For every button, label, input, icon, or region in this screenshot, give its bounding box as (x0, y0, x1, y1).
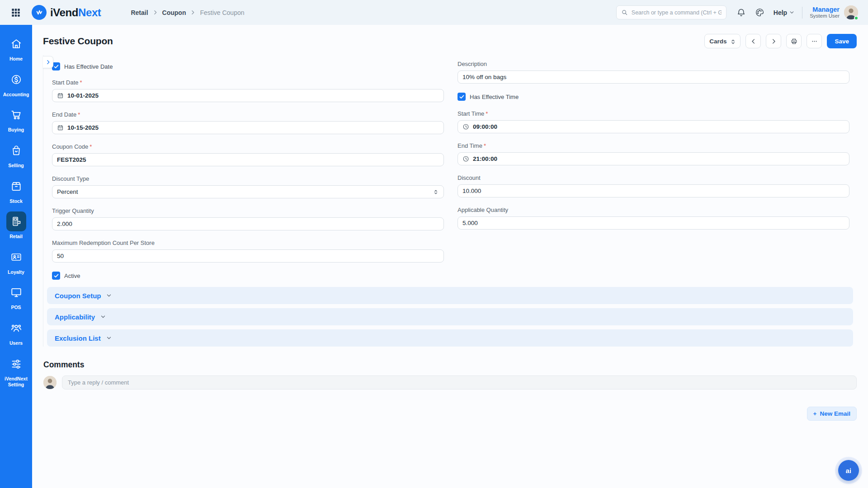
user-avatar[interactable] (844, 5, 858, 19)
next-record-button[interactable] (766, 34, 781, 48)
field-label: End Time (458, 142, 482, 149)
stock-box-icon (6, 176, 26, 196)
sidebar-item-selling[interactable]: Selling (0, 137, 32, 173)
sidebar-item-accounting[interactable]: Accounting (0, 66, 32, 102)
field-label: Maximum Redemption Count Per Store (52, 239, 155, 246)
app-launcher-grid-icon[interactable] (11, 8, 21, 18)
sidebar-item-retail[interactable]: Retail (0, 208, 32, 244)
sidebar-item-ivendnext-setting[interactable]: iVendNext Setting (0, 350, 32, 392)
select-chevrons-icon (730, 38, 736, 44)
required-marker: * (90, 143, 92, 150)
user-menu[interactable]: Manager System User (810, 6, 840, 19)
section-coupon-setup[interactable]: Coupon Setup (47, 287, 853, 304)
sidebar-item-stock[interactable]: Stock (0, 173, 32, 208)
breadcrumb-retail[interactable]: Retail (131, 9, 148, 16)
sidebar-item-users[interactable]: Users (0, 314, 32, 350)
description-input[interactable] (462, 74, 844, 80)
coupon-code-input-box[interactable] (52, 153, 444, 166)
sidebar-item-label: Loyalty (8, 269, 24, 276)
start-date-input-box[interactable] (52, 89, 444, 102)
settings-sliders-icon (6, 354, 26, 374)
chevron-right-icon (152, 9, 158, 15)
max-redemption-input-box[interactable] (52, 249, 444, 263)
field-start-time: Start Time* (458, 110, 849, 133)
end-date-input[interactable] (67, 124, 439, 131)
trigger-quantity-input-box[interactable] (52, 217, 444, 230)
more-options-button[interactable] (807, 34, 822, 48)
checkbox-label: Active (64, 272, 80, 279)
field-max-redemption: Maximum Redemption Count Per Store (52, 239, 444, 263)
notifications-bell-icon[interactable] (736, 8, 746, 17)
section-title: Applicability (55, 313, 95, 321)
end-time-input-box[interactable] (458, 152, 849, 165)
discount-input-box[interactable] (458, 184, 849, 197)
theme-palette-icon[interactable] (755, 8, 764, 17)
coupon-code-input[interactable] (57, 156, 439, 163)
buying-cart-icon (6, 105, 26, 125)
section-exclusion-list[interactable]: Exclusion List (47, 329, 853, 347)
comment-input[interactable] (62, 375, 857, 389)
search-input[interactable] (632, 9, 722, 16)
section-applicability[interactable]: Applicability (47, 308, 853, 325)
field-label: Start Time (458, 110, 484, 117)
save-button[interactable]: Save (827, 34, 857, 48)
has-effective-time-checkbox-row: Has Effective Time (458, 93, 849, 101)
printer-icon (791, 38, 797, 45)
brand-text: iVendNext (50, 6, 101, 19)
sidebar-item-label: Selling (8, 163, 24, 169)
sidebar-item-pos[interactable]: POS (0, 279, 32, 314)
ai-assistant-fab[interactable]: ai (838, 460, 859, 481)
help-menu[interactable]: Help (774, 9, 795, 16)
field-applicable-quantity: Applicable Quantity (458, 206, 849, 230)
calendar-icon (57, 124, 64, 131)
has-effective-time-checkbox[interactable] (458, 93, 466, 101)
max-redemption-input[interactable] (57, 253, 439, 259)
field-label: Description (458, 61, 487, 67)
comments-section: Comments (43, 360, 857, 389)
main-sidebar: Home Accounting Buying Selling Stock Ret… (0, 25, 32, 488)
loyalty-card-icon (6, 247, 26, 267)
required-marker: * (80, 79, 82, 86)
description-input-box[interactable] (458, 70, 849, 84)
top-header: iVendNext Retail Coupon Festive Coupon H… (0, 0, 868, 25)
trigger-quantity-input[interactable] (57, 221, 439, 227)
help-label: Help (774, 9, 787, 16)
new-email-button[interactable]: + New Email (807, 407, 857, 421)
applicable-quantity-input[interactable] (462, 220, 844, 226)
chevron-left-icon (750, 38, 757, 45)
end-time-input[interactable] (473, 155, 844, 162)
discount-type-select[interactable] (52, 185, 444, 198)
sidebar-item-label: Users (9, 340, 23, 347)
view-switcher-cards-select[interactable]: Cards (704, 34, 741, 48)
end-date-input-box[interactable] (52, 121, 444, 134)
sidebar-item-home[interactable]: Home (0, 30, 32, 66)
check-icon (54, 274, 59, 278)
discount-input[interactable] (462, 188, 844, 194)
start-date-input[interactable] (67, 92, 439, 99)
discount-type-value[interactable] (57, 188, 429, 195)
main-content: Festive Coupon Cards Save (32, 25, 868, 421)
form-left-column: Has Effective Date Start Date* End Date* (52, 61, 444, 282)
online-status-dot (854, 16, 859, 20)
start-time-input-box[interactable] (458, 120, 849, 133)
breadcrumb-coupon[interactable]: Coupon (162, 9, 186, 16)
sidebar-item-buying[interactable]: Buying (0, 101, 32, 137)
panel-collapse-toggle[interactable] (43, 56, 53, 68)
start-time-input[interactable] (473, 123, 844, 130)
field-label: Coupon Code (52, 143, 88, 150)
previous-record-button[interactable] (745, 34, 761, 48)
applicable-quantity-input-box[interactable] (458, 216, 849, 230)
chevron-down-icon (789, 9, 795, 15)
sidebar-item-loyalty[interactable]: Loyalty (0, 244, 32, 279)
active-checkbox[interactable] (52, 272, 60, 280)
ellipsis-icon (811, 38, 818, 45)
print-button[interactable] (786, 34, 802, 48)
ivendnext-logo[interactable]: iVendNext (32, 5, 101, 20)
view-switcher-label: Cards (709, 38, 726, 45)
has-effective-date-checkbox-row: Has Effective Date (52, 62, 444, 70)
home-icon (6, 34, 26, 54)
global-search[interactable] (616, 5, 726, 19)
search-icon (621, 9, 628, 16)
comment-avatar (43, 376, 57, 389)
active-checkbox-row: Active (52, 272, 444, 280)
